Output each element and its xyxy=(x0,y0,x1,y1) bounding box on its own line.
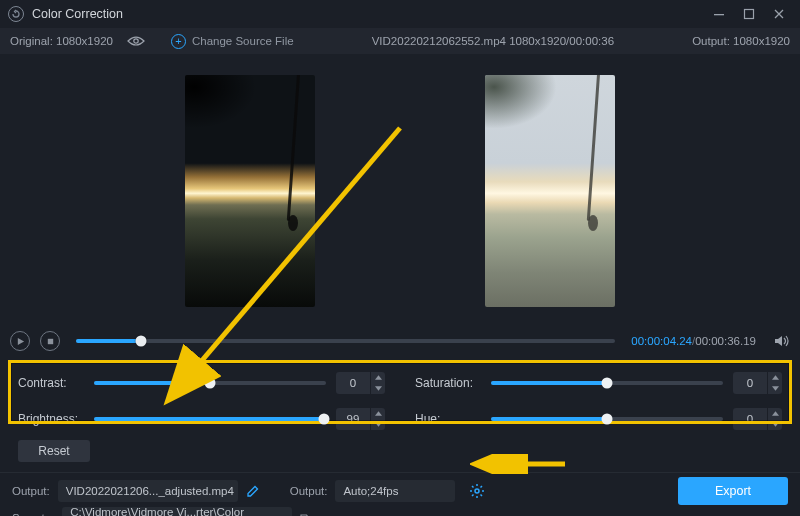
original-resolution-label: Original: 1080x1920 xyxy=(10,35,113,47)
brightness-control: Brightness: 99 xyxy=(18,408,385,430)
source-row: Original: 1080x1920 + Change Source File… xyxy=(0,28,800,54)
minimize-button[interactable] xyxy=(706,4,732,24)
play-button[interactable] xyxy=(10,331,30,351)
title-bar: Color Correction xyxy=(0,0,800,28)
original-preview xyxy=(185,75,315,307)
hue-value: 0 xyxy=(733,413,767,425)
preview-area xyxy=(0,54,800,324)
svg-rect-0 xyxy=(714,14,724,15)
contrast-handle[interactable] xyxy=(205,378,216,389)
hue-slider[interactable] xyxy=(491,417,723,421)
hue-down[interactable] xyxy=(768,419,782,430)
svg-point-2 xyxy=(134,39,138,43)
timeline-row: 00:00:04.24/00:00:36.19 xyxy=(0,324,800,358)
saturation-stepper[interactable]: 0 xyxy=(733,372,782,394)
output-filename-label: Output: xyxy=(12,485,50,497)
settings-gear-icon[interactable] xyxy=(469,483,485,499)
brightness-up[interactable] xyxy=(371,408,385,419)
contrast-up[interactable] xyxy=(371,372,385,383)
edit-filename-icon[interactable] xyxy=(246,484,260,498)
time-total: 00:00:36.19 xyxy=(695,335,756,347)
preview-toggle-icon[interactable] xyxy=(127,35,145,47)
timeline-handle[interactable] xyxy=(135,336,146,347)
hue-handle[interactable] xyxy=(602,414,613,425)
saturation-slider[interactable] xyxy=(491,381,723,385)
brightness-handle[interactable] xyxy=(318,414,329,425)
hue-control: Hue: 0 xyxy=(415,408,782,430)
hue-up[interactable] xyxy=(768,408,782,419)
contrast-stepper[interactable]: 0 xyxy=(336,372,385,394)
brightness-down[interactable] xyxy=(371,419,385,430)
saturation-value: 0 xyxy=(733,377,767,389)
window-title: Color Correction xyxy=(32,7,123,21)
maximize-button[interactable] xyxy=(736,4,762,24)
change-source-label: Change Source File xyxy=(192,35,294,47)
output-format-label: Output: xyxy=(290,485,328,497)
output-resolution-label: Output: 1080x1920 xyxy=(692,35,790,47)
contrast-label: Contrast: xyxy=(18,376,84,390)
saveto-label: Save to: xyxy=(12,512,54,516)
output-format-field[interactable]: Auto;24fps xyxy=(335,480,455,502)
timeline-slider[interactable] xyxy=(76,339,615,343)
app-logo-icon xyxy=(8,6,24,22)
export-button[interactable]: Export xyxy=(678,477,788,505)
contrast-slider[interactable] xyxy=(94,381,326,385)
contrast-value: 0 xyxy=(336,377,370,389)
reset-button[interactable]: Reset xyxy=(18,440,90,462)
svg-point-4 xyxy=(475,489,479,493)
saturation-handle[interactable] xyxy=(602,378,613,389)
stop-button[interactable] xyxy=(40,331,60,351)
brightness-label: Brightness: xyxy=(18,412,84,426)
brightness-value: 99 xyxy=(336,413,370,425)
time-current: 00:00:04.24 xyxy=(631,335,692,347)
close-button[interactable] xyxy=(766,4,792,24)
saturation-down[interactable] xyxy=(768,383,782,394)
timeline-fill xyxy=(76,339,141,343)
saturation-label: Saturation: xyxy=(415,376,481,390)
volume-icon[interactable] xyxy=(774,334,790,348)
saturation-up[interactable] xyxy=(768,372,782,383)
saveto-row: Save to: C:\Vidmore\Vidmore Vi...rter\Co… xyxy=(0,504,800,516)
output-row: Output: VID2022021206..._adjusted.mp4 Ou… xyxy=(0,472,800,504)
adjusted-preview xyxy=(485,75,615,307)
contrast-down[interactable] xyxy=(371,383,385,394)
hue-stepper[interactable]: 0 xyxy=(733,408,782,430)
svg-rect-1 xyxy=(745,10,754,19)
correction-panel: Contrast: 0 Saturation: 0 Bright xyxy=(0,358,800,462)
brightness-slider[interactable] xyxy=(94,417,326,421)
source-file-info: VID20220212062552.mp4 1080x1920/00:00:36 xyxy=(294,35,693,47)
change-source-button[interactable]: + Change Source File xyxy=(171,34,294,49)
saveto-path-field[interactable]: C:\Vidmore\Vidmore Vi...rter\Color Corre… xyxy=(62,507,292,516)
svg-rect-3 xyxy=(47,338,52,343)
saveto-path-text: C:\Vidmore\Vidmore Vi...rter\Color Corre… xyxy=(70,506,279,516)
open-folder-icon[interactable] xyxy=(300,512,316,517)
brightness-stepper[interactable]: 99 xyxy=(336,408,385,430)
timecode: 00:00:04.24/00:00:36.19 xyxy=(631,335,756,347)
contrast-control: Contrast: 0 xyxy=(18,372,385,394)
output-filename-field[interactable]: VID2022021206..._adjusted.mp4 xyxy=(58,480,238,502)
plus-icon: + xyxy=(171,34,186,49)
hue-label: Hue: xyxy=(415,412,481,426)
saturation-control: Saturation: 0 xyxy=(415,372,782,394)
